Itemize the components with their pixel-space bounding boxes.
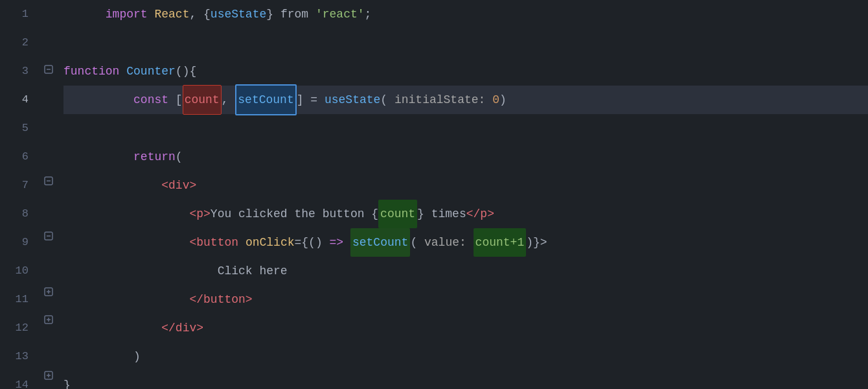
code-area[interactable]: import React , { useState } from 'react'… <box>58 0 868 389</box>
token-function: function <box>63 57 119 86</box>
gutter-cell-7[interactable] <box>39 167 58 194</box>
gutter-cell-2 <box>39 28 58 56</box>
indent13 <box>63 342 133 371</box>
code-line-3: function Counter (){ <box>63 57 868 86</box>
token-space6 <box>238 228 246 257</box>
line-num-10: 10 <box>0 257 29 285</box>
fold-open-icon-3[interactable] <box>43 64 54 75</box>
line-num-12: 12 <box>0 314 29 342</box>
token-close-brace: } <box>63 371 71 389</box>
token-button-open: <button <box>189 228 238 257</box>
token-comma1: , <box>222 86 236 114</box>
indent8 <box>63 200 189 228</box>
token-space2 <box>308 0 315 29</box>
token-semi1: ; <box>365 0 372 29</box>
token-react: React <box>154 0 189 29</box>
fold-close-icon-12[interactable] <box>43 314 54 325</box>
token-usestate-fn: useState <box>325 86 380 114</box>
token-paren4: ( <box>176 143 183 171</box>
token-count-plus: count+1 <box>474 228 527 257</box>
code-line-5 <box>63 114 868 143</box>
line-num-4: 4 <box>0 86 29 114</box>
line-num-14: 14 <box>0 371 29 389</box>
token-space9 <box>466 228 474 257</box>
indent10 <box>63 257 218 285</box>
token-click-here: Click here <box>218 257 288 285</box>
gutter-cell-12[interactable] <box>39 305 58 333</box>
token-arrow: => <box>330 228 344 257</box>
code-editor: 1 2 3 4 5 6 7 8 9 10 11 12 13 14 <box>0 0 868 389</box>
gutter-cell-9[interactable] <box>39 222 58 250</box>
gutter-cell-4 <box>39 84 58 112</box>
gutter-cell-10 <box>39 250 58 278</box>
token-value-label: value: <box>424 228 466 257</box>
token-from: from <box>280 0 308 29</box>
gutter-cell-13 <box>39 333 58 361</box>
token-counter: Counter <box>126 57 176 86</box>
token-p-text2: } times <box>417 200 466 228</box>
token-paren2: ( <box>380 86 394 114</box>
code-line-2 <box>63 29 868 57</box>
token-initstate-label: initialState: <box>394 86 485 114</box>
token-close-btn: )}> <box>526 228 547 257</box>
token-paren3: ) <box>499 86 507 114</box>
line-num-9: 9 <box>0 228 29 257</box>
fold-open-icon-9[interactable] <box>43 231 54 241</box>
gutter <box>39 0 58 389</box>
token-brace2: } <box>266 0 280 29</box>
token-div-open: <div> <box>161 171 196 200</box>
line-num-2: 2 <box>0 29 29 57</box>
code-line-13: ) <box>63 342 868 371</box>
indent <box>63 0 106 29</box>
token-value-paren: ( <box>410 228 424 257</box>
token-paren1: (){ <box>176 57 196 86</box>
indent7 <box>63 171 161 200</box>
token-import: import <box>106 0 148 29</box>
fold-open-icon-7[interactable] <box>43 176 54 186</box>
token-usestate: useState <box>211 0 266 29</box>
gutter-cell-6 <box>39 139 58 167</box>
code-line-12: </div> <box>63 314 868 342</box>
gutter-cell-5 <box>39 111 58 139</box>
line-num-5: 5 <box>0 114 29 143</box>
token-count-hl: count <box>183 85 222 115</box>
indent4 <box>63 86 133 114</box>
code-line-7: <div> <box>63 171 868 200</box>
token-rbracket: ] = <box>297 86 325 114</box>
line-num-8: 8 <box>0 200 29 228</box>
line-num-1: 1 <box>0 0 29 29</box>
code-line-1: import React , { useState } from 'react'… <box>63 0 868 29</box>
gutter-cell-1 <box>39 0 58 28</box>
line-num-3: 3 <box>0 57 29 86</box>
token-return: return <box>133 143 176 171</box>
line-num-13: 13 <box>0 342 29 371</box>
line-num-6: 6 <box>0 143 29 171</box>
token-space <box>148 0 155 29</box>
token-space4: [ <box>168 86 183 114</box>
token-p-text: You clicked the button { <box>211 200 378 228</box>
token-space5 <box>485 86 492 114</box>
gutter-cell-3[interactable] <box>39 56 58 84</box>
token-string-react: 'react' <box>315 0 365 29</box>
token-space8 <box>343 228 350 257</box>
indent12 <box>63 314 161 342</box>
token-close-paren: ) <box>133 342 141 371</box>
code-line-4: const [ count , setCount ] = useState ( … <box>63 86 868 114</box>
token-setcount-hl: setCount <box>235 84 296 115</box>
token-count-green: count <box>378 200 417 228</box>
indent6 <box>63 143 133 171</box>
token-const: const <box>133 86 168 114</box>
code-line-6: return ( <box>63 143 868 171</box>
token-p-close: </p> <box>466 200 494 228</box>
gutter-cell-14[interactable] <box>39 361 58 389</box>
gutter-cell-11[interactable] <box>39 278 58 306</box>
fold-close-icon-14[interactable] <box>43 370 54 381</box>
token-space7 <box>323 228 330 257</box>
code-line-11: </button> <box>63 285 868 314</box>
token-div-close: </div> <box>161 314 203 342</box>
code-line-8: <p> You clicked the button { count } tim… <box>63 200 868 228</box>
indent9 <box>63 228 189 257</box>
code-line-9: <button onClick ={() => setCount ( value… <box>63 228 868 257</box>
fold-close-icon-11[interactable] <box>43 287 54 297</box>
token-onclick-attr: onClick <box>246 228 295 257</box>
